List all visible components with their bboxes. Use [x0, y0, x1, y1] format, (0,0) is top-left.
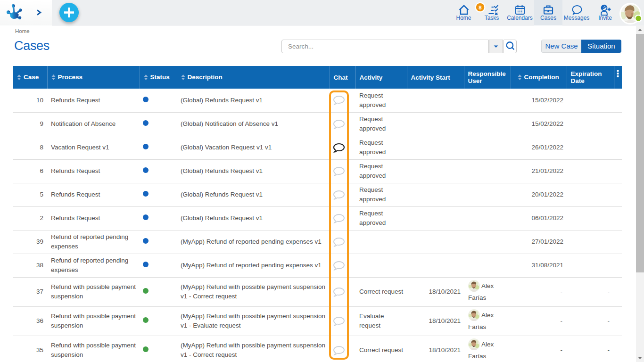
- svg-text:8: 8: [479, 5, 482, 10]
